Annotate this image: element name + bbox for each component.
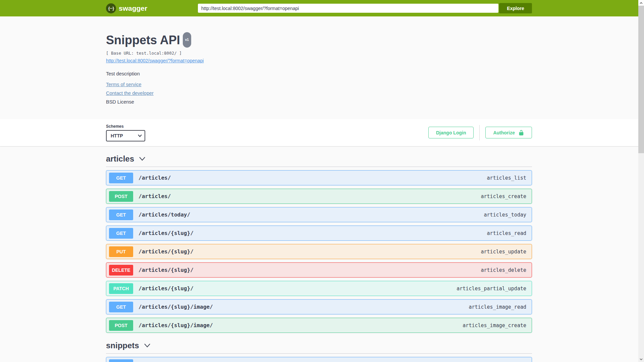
divider bbox=[479, 125, 480, 140]
operation-id: articles_partial_update bbox=[457, 286, 526, 292]
section-title: articles bbox=[106, 154, 134, 164]
operation-path: /articles/today/ bbox=[139, 212, 190, 218]
operation-id: articles_list bbox=[487, 175, 526, 181]
scroll-down-button[interactable] bbox=[638, 356, 644, 362]
vertical-scrollbar[interactable] bbox=[638, 0, 644, 362]
operation-id: articles_create bbox=[481, 193, 526, 199]
spec-link[interactable]: http://test.local:8002/swagger/?format=o… bbox=[106, 58, 204, 63]
operation-id: articles_delete bbox=[481, 267, 526, 273]
section-title: snippets bbox=[106, 341, 139, 350]
operation-id: articles_read bbox=[487, 230, 526, 236]
operation-row[interactable]: POST/articles/{slug}/image/articles_imag… bbox=[106, 318, 532, 333]
method-badge: PUT bbox=[109, 246, 133, 257]
operation-path: /articles/{slug}/ bbox=[139, 230, 194, 236]
operation-path: /articles/{slug}/ bbox=[139, 248, 194, 255]
chevron-up-icon bbox=[640, 2, 643, 4]
swagger-logo-text: swagger bbox=[119, 4, 147, 12]
operation-row[interactable]: PATCH/articles/{slug}/articles_partial_u… bbox=[106, 281, 532, 296]
scrollbar-thumb[interactable] bbox=[638, 6, 644, 153]
operation-row[interactable]: GET/articles/today/articles_today bbox=[106, 207, 532, 222]
page-title: Snippets APIv1 bbox=[106, 34, 532, 49]
method-badge: POST bbox=[109, 191, 133, 202]
chevron-down-icon bbox=[139, 157, 146, 161]
section-header-snippets[interactable]: snippets bbox=[106, 341, 151, 350]
operation-path: /articles/{slug}/image/ bbox=[139, 304, 213, 310]
scheme-container: Schemes HTTP Django Login Authorize bbox=[0, 119, 644, 146]
operation-id: articles_image_read bbox=[469, 304, 526, 310]
django-login-label: Django Login bbox=[436, 130, 466, 135]
license-label: BSD License bbox=[106, 99, 532, 105]
explore-button[interactable]: Explore bbox=[499, 3, 532, 13]
terms-of-service-link[interactable]: Terms of service bbox=[106, 82, 142, 87]
method-badge: PATCH bbox=[109, 283, 133, 294]
operation-id: articles_today bbox=[484, 212, 526, 218]
operation-path: /articles/ bbox=[139, 175, 171, 181]
authorize-label: Authorize bbox=[493, 130, 515, 135]
operation-path: /articles/{slug}/ bbox=[139, 285, 194, 292]
swagger-logo-icon: {···} bbox=[106, 3, 116, 13]
swagger-logo[interactable]: {···} swagger bbox=[106, 3, 147, 13]
section-header-articles[interactable]: articles bbox=[106, 154, 146, 164]
section-divider bbox=[106, 167, 532, 167]
operation-path: /articles/{slug}/ bbox=[139, 267, 194, 273]
operation-path: /articles/{slug}/image/ bbox=[139, 322, 213, 328]
info-section: Snippets APIv1 [ Base URL: test.local:80… bbox=[0, 16, 644, 119]
operation-id: articles_update bbox=[481, 249, 526, 255]
method-badge: GET bbox=[109, 209, 133, 220]
operation-row[interactable]: GET/articles/{slug}/articles_read bbox=[106, 226, 532, 241]
method-badge: GET bbox=[109, 228, 133, 239]
operation-row[interactable]: GET/snippets/snippets_list bbox=[106, 357, 532, 362]
schemes-label: Schemes bbox=[106, 124, 145, 129]
django-login-button[interactable]: Django Login bbox=[428, 127, 474, 138]
unlocked-padlock-icon bbox=[518, 130, 524, 136]
operation-row[interactable]: POST/articles/articles_create bbox=[106, 189, 532, 204]
operation-row[interactable]: GET/articles/articles_list bbox=[106, 170, 532, 185]
operation-row[interactable]: PUT/articles/{slug}/articles_update bbox=[106, 244, 532, 259]
operation-row[interactable]: GET/articles/{slug}/image/articles_image… bbox=[106, 299, 532, 314]
method-badge: GET bbox=[109, 173, 133, 183]
method-badge: POST bbox=[109, 320, 133, 331]
authorize-button[interactable]: Authorize bbox=[485, 127, 532, 138]
api-description: Test description bbox=[106, 71, 532, 76]
section-divider bbox=[106, 353, 532, 354]
schemes-select[interactable]: HTTP bbox=[106, 130, 145, 141]
spec-url-input[interactable] bbox=[198, 4, 498, 13]
operation-row[interactable]: DELETE/articles/{slug}/articles_delete bbox=[106, 262, 532, 278]
version-badge: v1 bbox=[183, 32, 191, 48]
topbar: {···} swagger Explore bbox=[0, 0, 644, 16]
operation-id: articles_image_create bbox=[463, 322, 526, 328]
method-badge: GET bbox=[109, 359, 133, 362]
operations-area: articlesGET/articles/articles_listPOST/a… bbox=[106, 154, 532, 362]
operation-path: /articles/ bbox=[139, 193, 171, 199]
method-badge: GET bbox=[109, 302, 133, 312]
scroll-up-button[interactable] bbox=[638, 0, 644, 6]
contact-developer-link[interactable]: Contact the developer bbox=[106, 90, 154, 96]
base-url: [ Base URL: test.local:8002/ ] bbox=[106, 51, 532, 56]
api-title: Snippets API bbox=[106, 33, 180, 47]
method-badge: DELETE bbox=[109, 265, 133, 276]
chevron-down-icon bbox=[144, 343, 151, 348]
chevron-down-icon bbox=[640, 358, 643, 360]
